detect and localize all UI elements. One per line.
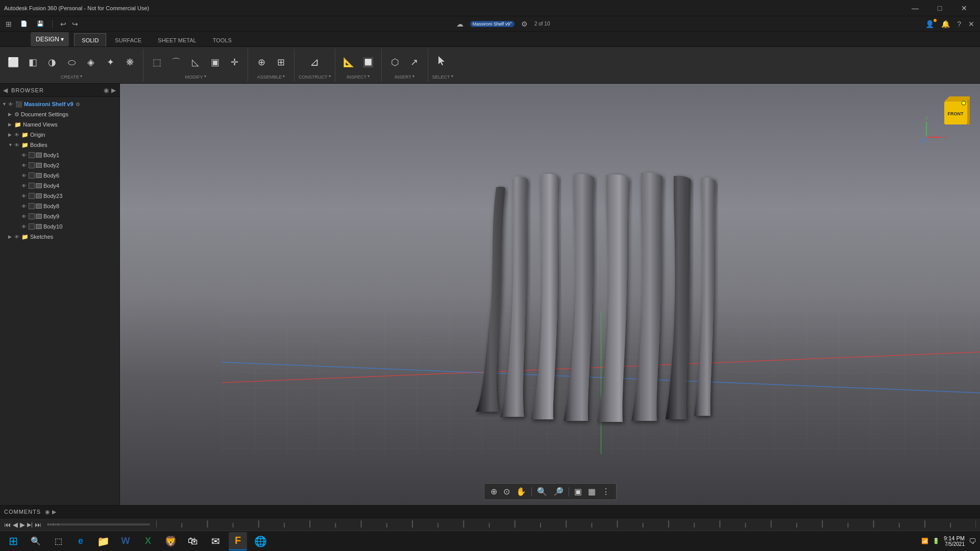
settings-icon[interactable]: ⚙ xyxy=(519,19,530,29)
grid-display-btn[interactable]: ▦ xyxy=(586,486,598,497)
modify-dropdown-arrow[interactable]: ▾ xyxy=(204,74,206,79)
check-body4[interactable] xyxy=(29,183,35,189)
design-dropdown[interactable]: DESIGN ▾ xyxy=(31,32,69,46)
save-button[interactable]: 💾 xyxy=(34,19,47,28)
browser-view-icon[interactable]: ◉ xyxy=(104,87,109,94)
minimize-button[interactable]: — xyxy=(903,1,927,15)
insert-svg-tool[interactable]: ⬡ xyxy=(386,51,404,73)
new-component-tool[interactable]: ⬜ xyxy=(4,51,22,73)
browser-collapse-icon[interactable]: ◀ xyxy=(3,87,8,94)
animation-track[interactable] xyxy=(47,523,150,525)
fillet-tool[interactable]: ⌒ xyxy=(167,51,185,73)
undo-button[interactable]: ↩ xyxy=(58,19,69,29)
taskbar-excel-btn[interactable]: X xyxy=(139,532,157,550)
extrude-tool[interactable]: ◧ xyxy=(23,51,42,73)
help-button[interactable]: ? xyxy=(954,19,964,29)
tree-item-named-views[interactable]: ▶ 📁 Named Views xyxy=(0,119,119,130)
tree-item-body2[interactable]: 👁 Body2 xyxy=(0,160,119,170)
eye-body8[interactable]: 👁 xyxy=(21,204,29,209)
insert-dxf-tool[interactable]: ↗ xyxy=(405,51,424,73)
check-body8[interactable] xyxy=(29,203,35,209)
assemble-dropdown-arrow[interactable]: ▾ xyxy=(283,74,285,79)
close-button[interactable]: ✕ xyxy=(952,1,976,15)
select-tool[interactable] xyxy=(433,51,452,73)
taskbar-edge-btn[interactable]: e xyxy=(71,532,90,550)
viewcube-svg[interactable]: Z X Y FRONT xyxy=(919,94,970,145)
eye-origin[interactable]: 👁 xyxy=(14,132,21,138)
redo-button[interactable]: ↪ xyxy=(69,19,81,29)
panel-expand-icon[interactable]: ▶ xyxy=(52,509,56,515)
notification-button[interactable]: 🔔 xyxy=(939,19,952,29)
tree-item-body6[interactable]: 👁 Body6 xyxy=(0,170,119,181)
eye-root[interactable]: 👁 xyxy=(8,102,15,107)
move-tool[interactable]: ✛ xyxy=(225,51,243,73)
tab-surface[interactable]: SURFACE xyxy=(107,33,149,46)
eye-body9[interactable]: 👁 xyxy=(21,214,29,219)
construct-dropdown-arrow[interactable]: ▾ xyxy=(329,74,331,79)
tab-sheet-metal[interactable]: SHEET METAL xyxy=(150,33,204,46)
tree-item-origin[interactable]: ▶ 👁 📁 Origin xyxy=(0,130,119,140)
notification-center-icon[interactable]: 🗨 xyxy=(969,537,976,545)
taskbar-brave-btn[interactable]: 🦁 xyxy=(161,532,180,550)
taskbar-word-btn[interactable]: W xyxy=(116,532,135,550)
zoom-btn[interactable]: 🔍 xyxy=(535,486,549,497)
taskbar-fusion-btn[interactable]: F xyxy=(229,532,247,550)
shell-tool[interactable]: ▣ xyxy=(206,51,224,73)
select-dropdown-arrow[interactable]: ▾ xyxy=(451,74,453,79)
chamfer-tool[interactable]: ◺ xyxy=(186,51,205,73)
new-file-button[interactable]: 📄 xyxy=(17,19,31,28)
snap-btn[interactable]: ⊕ xyxy=(488,486,499,497)
play-end-button[interactable]: ⏭ xyxy=(35,521,41,529)
loft-tool[interactable]: ◈ xyxy=(82,51,100,73)
revolve-tool[interactable]: ◑ xyxy=(43,51,61,73)
create-dropdown-arrow[interactable]: ▾ xyxy=(80,74,82,79)
tree-item-bodies[interactable]: ▼ 👁 📁 Bodies xyxy=(0,140,119,150)
tree-item-sketches[interactable]: ▶ 👁 📁 Sketches xyxy=(0,232,119,242)
plane-offset-tool[interactable]: ⊿ xyxy=(305,51,324,73)
rib-tool[interactable]: ✦ xyxy=(101,51,119,73)
eye-body2[interactable]: 👁 xyxy=(21,163,29,168)
check-body6[interactable] xyxy=(29,172,35,179)
display-mode-btn[interactable]: ▣ xyxy=(572,486,584,497)
joint-tool[interactable]: ⊕ xyxy=(252,51,271,73)
taskbar-taskview-btn[interactable]: ⬚ xyxy=(49,532,67,550)
tree-item-body23[interactable]: 👁 Body23 xyxy=(0,191,119,201)
insert-dropdown-arrow[interactable]: ▾ xyxy=(412,74,414,79)
taskbar-windows-btn[interactable]: ⊞ xyxy=(4,532,22,550)
play-next-frame-button[interactable]: ▶| xyxy=(27,521,33,528)
clock-area[interactable]: 9:14 PM 7/5/2021 xyxy=(944,535,965,547)
maximize-button[interactable]: □ xyxy=(928,1,951,15)
eye-bodies[interactable]: 👁 xyxy=(14,142,21,148)
tree-item-body1[interactable]: 👁 Body1 xyxy=(0,150,119,160)
panel-toggle-icon[interactable]: ◉ xyxy=(45,509,50,515)
viewcube[interactable]: Z X Y FRONT xyxy=(919,94,970,145)
taskbar-chrome-btn[interactable]: 🌐 xyxy=(251,532,270,550)
play-start-button[interactable]: ⏮ xyxy=(4,521,11,529)
close-cloud-button[interactable]: ✕ xyxy=(966,19,977,29)
eye-body23[interactable]: 👁 xyxy=(21,193,29,199)
tree-item-doc-settings[interactable]: ▶ ⚙ Document Settings xyxy=(0,109,119,119)
display-tool[interactable]: 🔲 xyxy=(359,51,377,73)
check-body23[interactable] xyxy=(29,193,35,199)
taskbar-explorer-btn[interactable]: 📁 xyxy=(94,532,112,550)
tree-item-root[interactable]: ▼ 👁 ⬛ Massironi Shelf v9 ⚙ xyxy=(0,99,119,109)
pan-btn[interactable]: ✋ xyxy=(514,486,528,497)
play-button[interactable]: ▶ xyxy=(20,521,25,529)
check-body9[interactable] xyxy=(29,213,35,219)
orbit-btn[interactable]: ⊙ xyxy=(501,486,512,497)
press-pull-tool[interactable]: ⬚ xyxy=(148,51,166,73)
inspect-dropdown-arrow[interactable]: ▾ xyxy=(368,74,370,79)
tree-item-body10[interactable]: 👁 Body10 xyxy=(0,221,119,232)
eye-body6[interactable]: 👁 xyxy=(21,173,29,179)
joint-origin-tool[interactable]: ⊞ xyxy=(272,51,290,73)
app-menu-button[interactable]: ⊞ xyxy=(3,19,14,29)
check-body1[interactable] xyxy=(29,152,35,158)
tree-item-body9[interactable]: 👁 Body9 xyxy=(0,211,119,221)
taskbar-store-btn[interactable]: 🛍 xyxy=(184,532,202,550)
eye-sketches[interactable]: 👁 xyxy=(14,234,21,240)
play-back-button[interactable]: ◀ xyxy=(13,521,18,529)
browser-more-icon[interactable]: ▶ xyxy=(111,87,116,94)
taskbar-search-btn[interactable]: 🔍 xyxy=(27,532,45,550)
collaborate-button[interactable]: 👤 xyxy=(923,19,937,29)
tab-solid[interactable]: SOLID xyxy=(74,33,106,46)
